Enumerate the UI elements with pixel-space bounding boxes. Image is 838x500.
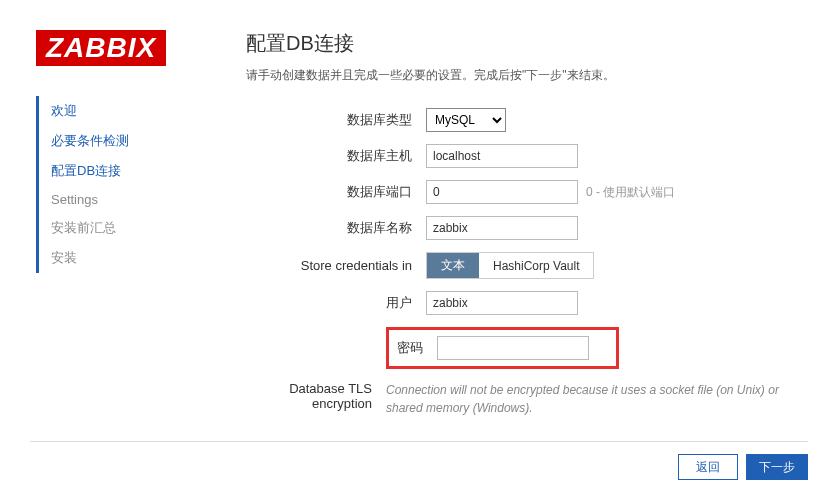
creds-segment: 文本 HashiCorp Vault [426,252,594,279]
page-title: 配置DB连接 [246,30,798,57]
db-host-input[interactable] [426,144,578,168]
db-type-label: 数据库类型 [246,111,426,129]
next-button[interactable]: 下一步 [746,454,808,480]
nav-welcome[interactable]: 欢迎 [51,96,186,126]
nav-prereq[interactable]: 必要条件检测 [51,126,186,156]
footer-divider [30,441,808,442]
creds-label: Store credentials in [246,258,426,273]
user-label: 用户 [246,294,426,312]
db-port-label: 数据库端口 [246,183,426,201]
user-input[interactable] [426,291,578,315]
tls-note: Connection will not be encrypted because… [386,381,798,417]
tls-label: Database TLS encryption [246,381,386,411]
db-name-input[interactable] [426,216,578,240]
nav-presummary: 安装前汇总 [51,213,186,243]
nav-dbconfig[interactable]: 配置DB连接 [51,156,186,186]
creds-text-button[interactable]: 文本 [427,253,479,278]
db-port-input[interactable] [426,180,578,204]
password-highlight: 密码 [386,327,619,369]
logo: ZABBIX [36,30,166,66]
db-port-hint: 0 - 使用默认端口 [586,184,675,201]
db-type-select[interactable]: MySQL [426,108,506,132]
setup-nav: 欢迎 必要条件检测 配置DB连接 Settings 安装前汇总 安装 [36,96,186,273]
creds-vault-button[interactable]: HashiCorp Vault [479,253,593,278]
db-name-label: 数据库名称 [246,219,426,237]
nav-install: 安装 [51,243,186,273]
page-subtitle: 请手动创建数据并且完成一些必要的设置。完成后按"下一步"来结束。 [246,67,798,84]
db-host-label: 数据库主机 [246,147,426,165]
nav-settings: Settings [51,186,186,213]
password-label: 密码 [397,339,437,357]
password-input[interactable] [437,336,589,360]
back-button[interactable]: 返回 [678,454,738,480]
